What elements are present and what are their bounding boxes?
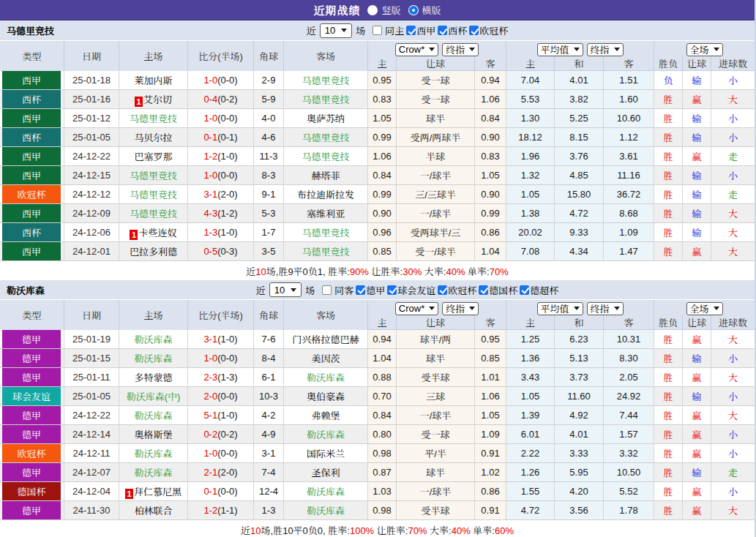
- competition-checkbox[interactable]: [356, 285, 365, 295]
- full-time-score[interactable]: 2-3: [203, 372, 217, 383]
- home-team-name[interactable]: 马德里竞技: [130, 113, 177, 124]
- away-team-name[interactable]: 马德里竞技: [302, 94, 349, 105]
- mean-type-select[interactable]: 平均值: [537, 302, 583, 315]
- home-team-name[interactable]: 莱加内斯: [134, 75, 172, 86]
- competition-checkbox[interactable]: [520, 285, 529, 295]
- match-count-select[interactable]: 10: [269, 282, 302, 297]
- mean-stage-select[interactable]: 终指: [587, 43, 624, 56]
- full-time-score[interactable]: 1-2: [203, 505, 217, 516]
- home-team-name[interactable]: 卡些连奴: [138, 228, 176, 239]
- league-badge[interactable]: 西甲: [2, 147, 61, 165]
- away-team-name[interactable]: 美因茨: [311, 353, 340, 364]
- competition-checkbox[interactable]: [322, 285, 332, 295]
- layout-option-horizontal[interactable]: 横版: [408, 3, 441, 17]
- league-badge[interactable]: 欧冠杯: [2, 185, 61, 203]
- full-time-score[interactable]: 1-0: [203, 353, 217, 364]
- away-team-name[interactable]: 奥伯豪森: [307, 391, 345, 402]
- away-team-name[interactable]: 马德里竞技: [302, 75, 349, 86]
- league-badge[interactable]: 德甲: [2, 368, 61, 386]
- full-time-score[interactable]: 0-5: [203, 246, 217, 257]
- competition-checkbox[interactable]: [406, 26, 416, 35]
- home-team-name[interactable]: 勒沃库森: [134, 334, 172, 345]
- competition-checkbox[interactable]: [387, 285, 397, 295]
- competition-checkbox[interactable]: [469, 26, 479, 35]
- league-badge[interactable]: 西甲: [2, 166, 61, 184]
- full-time-score[interactable]: 1-0: [203, 170, 217, 181]
- league-badge[interactable]: 西甲: [2, 71, 61, 89]
- away-team-name[interactable]: 圣保利: [311, 467, 340, 478]
- mean-stage-select[interactable]: 终指: [587, 302, 624, 315]
- full-time-score[interactable]: 5-1: [203, 410, 217, 421]
- odds-company-select[interactable]: Crow*: [395, 43, 438, 56]
- full-time-score[interactable]: 1-2: [203, 151, 217, 162]
- home-team-name[interactable]: 巴拉多利德: [130, 247, 177, 258]
- home-team-name[interactable]: 巴塞罗那: [134, 151, 172, 162]
- home-team-name[interactable]: 奥格斯堡: [134, 429, 172, 440]
- competition-checkbox[interactable]: [438, 285, 447, 295]
- home-team-name[interactable]: 马贝尔拉: [134, 132, 172, 143]
- league-badge[interactable]: 德甲: [2, 425, 61, 443]
- league-badge[interactable]: 德甲: [2, 349, 61, 367]
- league-badge[interactable]: 西甲: [2, 109, 61, 127]
- league-badge[interactable]: 球会友谊: [2, 387, 61, 405]
- mean-type-select[interactable]: 平均值: [537, 43, 583, 56]
- odds-stage-select[interactable]: 终指: [442, 302, 479, 315]
- full-time-score[interactable]: 1-3: [203, 227, 217, 238]
- away-team-name[interactable]: 奥萨苏纳: [307, 113, 345, 124]
- league-badge[interactable]: 西杯: [2, 90, 61, 108]
- away-team-name[interactable]: 马德里竞技: [302, 151, 349, 162]
- radio-vertical-icon[interactable]: [367, 5, 378, 15]
- competition-checkbox[interactable]: [373, 26, 382, 35]
- away-team-name[interactable]: 勒沃库森: [307, 372, 345, 383]
- home-team-name[interactable]: 勒沃库森: [134, 467, 172, 478]
- home-team-name[interactable]: 勒沃库森: [134, 410, 172, 421]
- full-time-score[interactable]: 2-1: [203, 467, 217, 478]
- odds-company-select[interactable]: Crow*: [395, 302, 438, 315]
- full-time-score[interactable]: 0-2: [203, 429, 217, 440]
- scope-select[interactable]: 全场: [686, 43, 723, 56]
- league-badge[interactable]: 德甲: [2, 406, 61, 424]
- league-badge[interactable]: 西甲: [2, 204, 61, 222]
- away-team-name[interactable]: 马德里竞技: [302, 132, 349, 143]
- full-time-score[interactable]: 4-3: [203, 208, 217, 219]
- full-time-score[interactable]: 0-4: [203, 94, 217, 105]
- away-team-name[interactable]: 布拉迪斯拉发: [297, 189, 354, 200]
- competition-checkbox[interactable]: [479, 285, 488, 295]
- away-team-name[interactable]: 赫塔菲: [311, 170, 340, 181]
- home-team-name[interactable]: 艾尔切: [143, 94, 172, 105]
- away-team-name[interactable]: 门兴格拉德巴赫: [292, 334, 359, 345]
- full-time-score[interactable]: 2-0: [203, 391, 217, 402]
- full-time-score[interactable]: 1-0: [203, 113, 217, 124]
- home-team-name[interactable]: 勒沃库森: [134, 353, 172, 364]
- away-team-name[interactable]: 勒沃库森: [307, 506, 345, 517]
- league-badge[interactable]: 西杯: [2, 223, 61, 241]
- full-time-score[interactable]: 1-0: [203, 448, 217, 459]
- layout-option-vertical[interactable]: 竖版: [367, 3, 400, 17]
- full-time-score[interactable]: 1-0: [203, 75, 217, 86]
- scope-select[interactable]: 全场: [686, 302, 723, 315]
- home-team-name[interactable]: 马德里竞技: [130, 209, 177, 219]
- league-badge[interactable]: 西甲: [2, 242, 61, 260]
- home-team-name[interactable]: 拜仁慕尼黑: [134, 487, 181, 497]
- league-badge[interactable]: 德甲: [2, 501, 61, 519]
- home-team-name[interactable]: 马德里竞技: [130, 189, 177, 200]
- home-team-name[interactable]: 马德里竞技: [130, 170, 177, 181]
- odds-stage-select[interactable]: 终指: [442, 43, 479, 56]
- league-badge[interactable]: 德国杯: [2, 482, 61, 500]
- league-badge[interactable]: 德甲: [2, 463, 61, 481]
- league-badge[interactable]: 西杯: [2, 128, 61, 146]
- home-team-name[interactable]: 多特蒙德: [134, 372, 172, 383]
- full-time-score[interactable]: 0-1: [203, 132, 217, 143]
- competition-checkbox[interactable]: [438, 26, 447, 35]
- league-badge[interactable]: 德甲: [2, 330, 61, 348]
- away-team-name[interactable]: 勒沃库森: [307, 429, 345, 440]
- league-badge[interactable]: 欧冠杯: [2, 444, 61, 462]
- away-team-name[interactable]: 国际米兰: [307, 448, 345, 459]
- away-team-name[interactable]: 马德里竞技: [302, 228, 349, 239]
- away-team-name[interactable]: 勒沃库森: [307, 487, 345, 497]
- home-team-name[interactable]: 柏林联合: [134, 506, 172, 517]
- away-team-name[interactable]: 马德里竞技: [302, 247, 349, 258]
- away-team-name[interactable]: 塞维利亚: [307, 209, 345, 219]
- away-team-name[interactable]: 弗赖堡: [311, 410, 340, 421]
- radio-horizontal-icon[interactable]: [408, 5, 419, 15]
